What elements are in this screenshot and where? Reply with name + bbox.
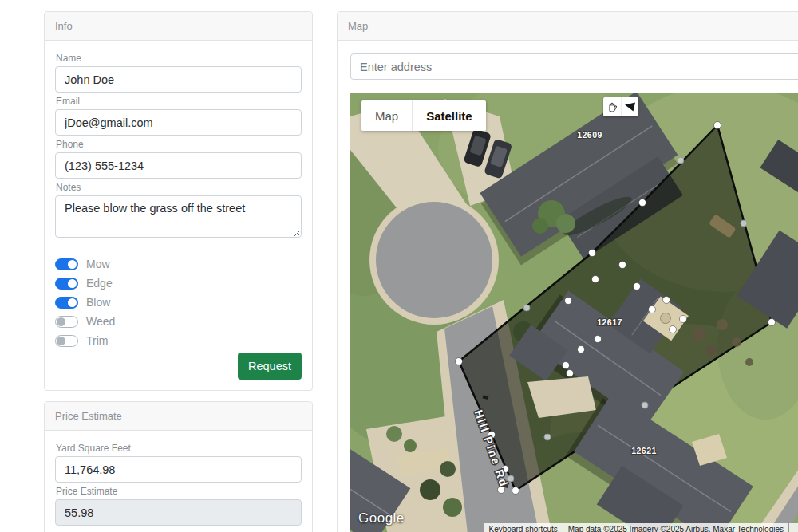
notes-label: Notes [56, 182, 302, 193]
polygon-draw-icon [623, 101, 637, 113]
satellite-view-button[interactable]: Satellite [413, 100, 486, 131]
mow-toggle[interactable] [55, 258, 78, 270]
email-input[interactable] [55, 109, 302, 136]
request-button[interactable]: Request [238, 353, 302, 380]
email-label: Email [56, 96, 302, 107]
trim-toggle-label: Trim [86, 334, 108, 347]
mow-toggle-label: Mow [86, 258, 110, 270]
price-estimate-panel: Price Estimate Yard Square Feet Price Es… [44, 401, 313, 532]
keyboard-shortcuts-link[interactable]: Keyboard shortcuts [484, 523, 563, 532]
price-estimate-input [55, 499, 302, 526]
price-panel-title: Price Estimate [45, 402, 312, 431]
toggle-knob [68, 298, 77, 307]
toggle-knob [68, 260, 77, 269]
weed-toggle-label: Weed [86, 315, 115, 328]
map-panel-title: Map [338, 12, 798, 41]
attribution-stub [789, 523, 798, 532]
name-label: Name [56, 53, 302, 64]
map-canvas[interactable]: 12609 12617 12621 Hill Pine Rd [350, 93, 798, 532]
edge-toggle[interactable] [55, 278, 78, 290]
yard-square-feet-input[interactable] [55, 456, 302, 483]
satellite-map[interactable]: 12609 12617 12621 Hill Pine Rd Map Satel… [350, 93, 798, 532]
trim-toggle[interactable] [55, 335, 78, 347]
info-panel-title: Info [45, 12, 312, 41]
price-estimate-label: Price Estimate [56, 486, 302, 497]
map-view-button[interactable]: Map [361, 100, 413, 131]
toggle-knob [57, 337, 65, 345]
house-label-12621: 12621 [631, 446, 657, 455]
phone-label: Phone [56, 139, 302, 150]
drawing-control [603, 97, 638, 116]
house-label-12617: 12617 [597, 317, 622, 327]
phone-input[interactable] [55, 152, 302, 179]
address-search-input[interactable] [350, 53, 798, 80]
hand-icon [605, 100, 618, 114]
yard-square-feet-label: Yard Square Feet [56, 443, 302, 454]
house-label-12609: 12609 [577, 130, 602, 140]
info-panel: Info Name Email Phone Notes Please blow … [44, 11, 313, 391]
pan-hand-button[interactable] [603, 97, 621, 116]
map-type-control: Map Satellite [361, 100, 486, 131]
name-input[interactable] [55, 66, 302, 93]
blow-toggle-label: Blow [86, 296, 110, 309]
weed-toggle[interactable] [55, 316, 78, 328]
map-data-attribution: Map data ©2025 Imagery ©2025 Airbus, Max… [563, 523, 788, 532]
notes-textarea[interactable]: Please blow the grass off the street [55, 195, 302, 238]
map-panel: Map [337, 11, 798, 532]
blow-toggle[interactable] [55, 297, 78, 309]
toggle-knob [68, 279, 77, 288]
edge-toggle-label: Edge [86, 277, 113, 290]
toggle-knob [57, 317, 65, 326]
draw-polygon-button[interactable] [621, 97, 639, 116]
map-attribution: Keyboard shortcuts Map data ©2025 Imager… [350, 523, 798, 532]
